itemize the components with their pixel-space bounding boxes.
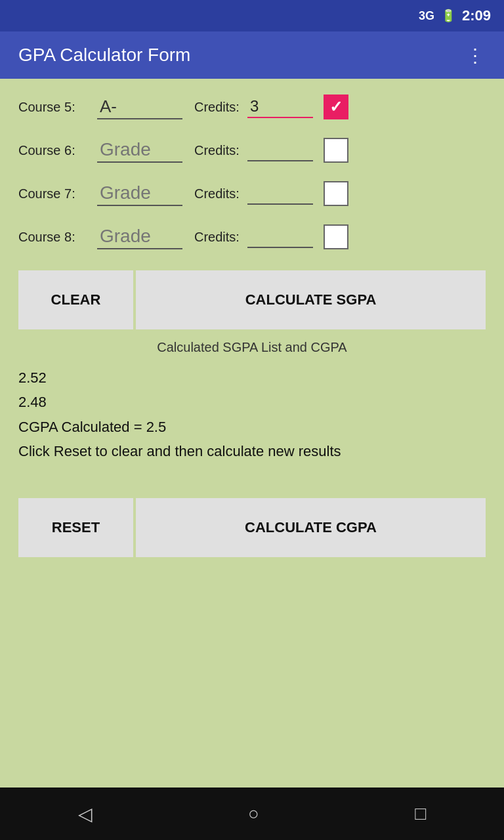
course-row-6: Course 6: Credits: — [18, 138, 486, 163]
sgpa-2-value: 2.48 — [18, 390, 486, 414]
battery-icon: 🔋 — [441, 9, 455, 23]
course-5-grade-input[interactable] — [97, 95, 182, 119]
app-title: GPA Calculator Form — [18, 45, 190, 66]
bottom-buttons-row: RESET CALCULATE CGPA — [18, 498, 486, 557]
reset-button[interactable]: RESET — [18, 498, 133, 557]
course-5-label: Course 5: — [18, 100, 97, 115]
course-row-8: Course 8: Credits: — [18, 224, 486, 249]
course-5-checkbox[interactable] — [324, 94, 348, 119]
course-6-grade-input[interactable] — [97, 138, 182, 163]
course-7-label: Course 7: — [18, 186, 97, 201]
time-display: 2:09 — [462, 7, 491, 24]
reset-note: Click Reset to clear and then calculate … — [18, 439, 486, 463]
home-icon[interactable]: ○ — [248, 803, 259, 824]
cgpa-value: CGPA Calculated = 2.5 — [18, 415, 486, 439]
results-label: Calculated SGPA List and CGPA — [18, 340, 486, 355]
app-bar: GPA Calculator Form ⋮ — [0, 32, 504, 79]
course-7-checkbox[interactable] — [324, 181, 348, 206]
status-bar: 3G 🔋 2:09 — [0, 0, 504, 32]
course-5-credits-label: Credits: — [194, 100, 240, 115]
course-8-checkbox[interactable] — [324, 224, 348, 249]
course-8-credits-label: Credits: — [194, 230, 240, 245]
course-7-grade-input[interactable] — [97, 181, 182, 206]
results-values: 2.52 2.48 CGPA Calculated = 2.5 Click Re… — [18, 366, 486, 464]
course-7-credits-input[interactable] — [247, 182, 313, 205]
course-6-checkbox[interactable] — [324, 138, 348, 163]
calculate-sgpa-button[interactable]: CALCULATE SGPA — [136, 270, 486, 329]
course-6-credits-input[interactable] — [247, 139, 313, 161]
course-6-label: Course 6: — [18, 143, 97, 158]
course-7-credits-label: Credits: — [194, 186, 240, 201]
course-8-grade-input[interactable] — [97, 224, 182, 249]
sgpa-1-value: 2.52 — [18, 366, 486, 390]
action-buttons-row: CLEAR CALCULATE SGPA — [18, 270, 486, 329]
course-5-credits-input[interactable] — [247, 96, 313, 118]
back-icon[interactable]: ◁ — [78, 803, 93, 825]
recent-apps-icon[interactable]: □ — [415, 803, 426, 824]
course-row-7: Course 7: Credits: — [18, 181, 486, 206]
clear-button[interactable]: CLEAR — [18, 270, 133, 329]
course-8-label: Course 8: — [18, 230, 97, 245]
more-options-icon[interactable]: ⋮ — [466, 45, 486, 66]
signal-icon: 3G — [419, 9, 434, 23]
calculate-cgpa-button[interactable]: CALCULATE CGPA — [136, 498, 486, 557]
nav-bar: ◁ ○ □ — [0, 788, 504, 840]
main-content: Course 5: Credits: Course 6: Credits: Co… — [0, 79, 504, 788]
course-6-credits-label: Credits: — [194, 143, 240, 158]
course-row-5: Course 5: Credits: — [18, 94, 486, 119]
course-8-credits-input[interactable] — [247, 226, 313, 248]
